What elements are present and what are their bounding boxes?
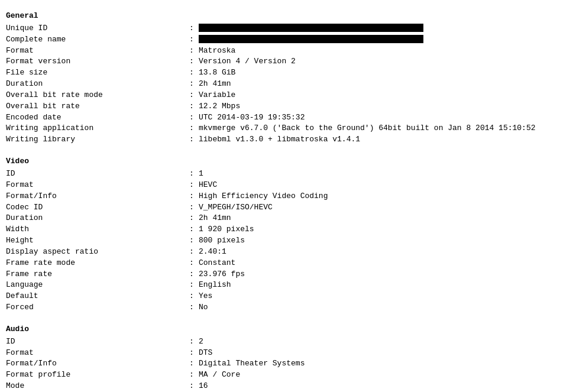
table-row: Duration: 2h 41mn <box>6 213 567 224</box>
row-value: HEVC <box>199 180 567 191</box>
row-value: Constant <box>199 258 567 269</box>
table-row: Codec ID: V_MPEGH/ISO/HEVC <box>6 202 567 213</box>
row-colon: : <box>189 269 199 280</box>
row-value: 2h 41mn <box>199 79 567 90</box>
row-label: Width <box>6 224 189 235</box>
table-row: Unique ID: <box>6 23 567 34</box>
table-row: Default: Yes <box>6 291 567 302</box>
row-value: MA / Core <box>199 370 567 381</box>
row-value: 16 <box>199 381 567 392</box>
row-label: Format version <box>6 56 189 67</box>
table-row: Complete name: <box>6 34 567 46</box>
row-value: libebml v1.3.0 + libmatroska v1.4.1 <box>199 134 567 145</box>
table-row: Duration: 2h 41mn <box>6 79 567 90</box>
table-row: Height: 800 pixels <box>6 235 567 247</box>
row-label: Codec ID <box>6 202 189 213</box>
row-label: Language <box>6 280 189 291</box>
row-colon: : <box>189 213 199 224</box>
row-label: Format/Info <box>6 191 189 202</box>
row-label: Forced <box>6 302 189 313</box>
row-label: Mode <box>6 381 189 392</box>
table-row: Forced: No <box>6 302 567 313</box>
row-value: 800 pixels <box>199 235 567 247</box>
row-label: Duration <box>6 79 189 90</box>
table-row: Frame rate mode: Constant <box>6 258 567 269</box>
table-row: Overall bit rate mode: Variable <box>6 90 567 101</box>
row-colon: : <box>189 358 199 370</box>
row-value <box>199 23 567 34</box>
row-value: Yes <box>199 291 567 302</box>
row-colon: : <box>189 56 199 67</box>
row-value: 13.8 GiB <box>199 67 567 79</box>
row-value: 1 <box>199 169 567 180</box>
row-value: 1 920 pixels <box>199 224 567 235</box>
row-label: Writing library <box>6 134 189 145</box>
row-label: Height <box>6 235 189 247</box>
audio-section: ID: 2Format: DTSFormat/Info: Digital The… <box>6 336 567 392</box>
table-row: ID: 1 <box>6 169 567 180</box>
row-value: 12.2 Mbps <box>199 101 567 112</box>
row-label: Format profile <box>6 370 189 381</box>
row-colon: : <box>189 191 199 202</box>
row-value: UTC 2014-03-19 19:35:32 <box>199 112 567 124</box>
row-colon: : <box>189 280 199 291</box>
table-row: File size: 13.8 GiB <box>6 67 567 79</box>
row-value: English <box>199 280 567 291</box>
row-label: Overall bit rate <box>6 101 189 112</box>
row-label: File size <box>6 67 189 79</box>
row-colon: : <box>189 370 199 381</box>
row-colon: : <box>189 180 199 191</box>
audio-section-header: Audio <box>6 324 567 335</box>
table-row: Encoded date: UTC 2014-03-19 19:35:32 <box>6 112 567 124</box>
row-label: Writing application <box>6 123 189 134</box>
row-value: DTS <box>199 348 567 359</box>
row-value: V_MPEGH/ISO/HEVC <box>199 202 567 213</box>
row-colon: : <box>189 302 199 313</box>
row-label: Frame rate <box>6 269 189 280</box>
row-label: ID <box>6 336 189 348</box>
row-colon: : <box>189 67 199 79</box>
row-colon: : <box>189 46 199 57</box>
table-row: Format version: Version 4 / Version 2 <box>6 56 567 67</box>
video-section-header: Video <box>6 156 567 167</box>
table-row: Language: English <box>6 280 567 291</box>
table-row: Format: DTS <box>6 348 567 359</box>
row-label: Display aspect ratio <box>6 247 189 258</box>
row-colon: : <box>189 112 199 124</box>
row-value: High Efficiency Video Coding <box>199 191 567 202</box>
table-row: ID: 2 <box>6 336 567 348</box>
table-row: Frame rate: 23.976 fps <box>6 269 567 280</box>
row-colon: : <box>189 381 199 392</box>
row-colon: : <box>189 123 199 134</box>
row-label: Format <box>6 348 189 359</box>
redacted-value <box>199 35 423 43</box>
row-value: Version 4 / Version 2 <box>199 56 567 67</box>
row-label: Default <box>6 291 189 302</box>
table-row: Format: Matroska <box>6 46 567 57</box>
row-label: ID <box>6 169 189 180</box>
row-label: Format/Info <box>6 358 189 370</box>
general-section-header: General <box>6 11 567 22</box>
row-label: Frame rate mode <box>6 258 189 269</box>
row-value <box>199 34 567 46</box>
row-value: 2 <box>199 336 567 348</box>
table-row: Width: 1 920 pixels <box>6 224 567 235</box>
row-colon: : <box>189 348 199 359</box>
row-value: Variable <box>199 90 567 101</box>
row-colon: : <box>189 134 199 145</box>
row-label: Format <box>6 180 189 191</box>
row-label: Format <box>6 46 189 57</box>
row-value: mkvmerge v6.7.0 ('Back to the Ground') 6… <box>199 123 567 134</box>
video-section: ID: 1Format: HEVCFormat/Info: High Effic… <box>6 169 567 313</box>
row-value: Digital Theater Systems <box>199 358 567 370</box>
row-colon: : <box>189 258 199 269</box>
row-colon: : <box>189 79 199 90</box>
table-row: Mode: 16 <box>6 381 567 392</box>
general-section: Unique ID: Complete name: Format: Matros… <box>6 23 567 145</box>
row-label: Unique ID <box>6 23 189 34</box>
table-row: Format: HEVC <box>6 180 567 191</box>
table-row: Writing application: mkvmerge v6.7.0 ('B… <box>6 123 567 134</box>
row-value: 23.976 fps <box>199 269 567 280</box>
row-colon: : <box>189 169 199 180</box>
row-value: No <box>199 302 567 313</box>
